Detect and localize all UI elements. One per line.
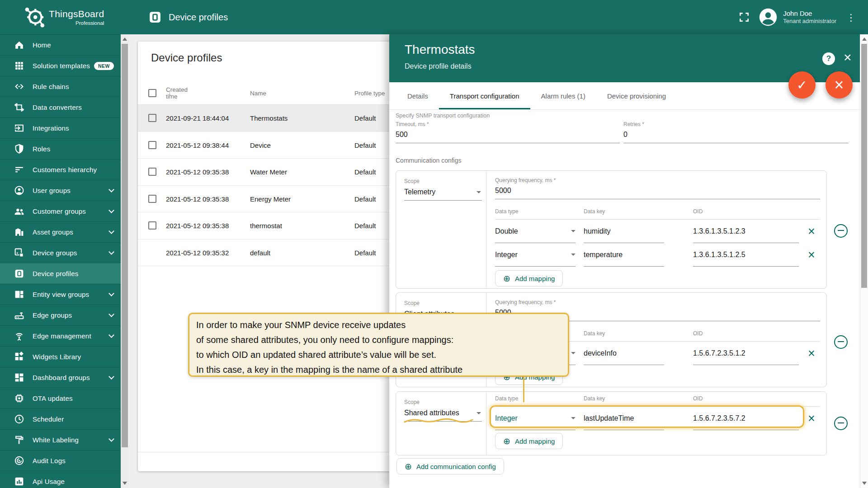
sidebar-item[interactable]: Edge management bbox=[0, 325, 121, 346]
timeout-field[interactable]: Timeout, ms * 500 bbox=[396, 121, 620, 143]
sidebar-item-icon bbox=[14, 434, 25, 446]
fullscreen-icon[interactable] bbox=[738, 11, 750, 23]
plus-circle-icon: ⊕ bbox=[405, 461, 412, 472]
add-mapping-button[interactable]: ⊕Add mapping bbox=[495, 270, 563, 286]
data-key-input[interactable]: humidity bbox=[584, 220, 664, 243]
sidebar-item[interactable]: Solution templates NEW bbox=[0, 55, 121, 76]
scrollbar-thumb[interactable] bbox=[122, 44, 128, 447]
cell-name: Thermostats bbox=[250, 114, 288, 122]
sidebar-item[interactable]: Scheduler bbox=[0, 408, 121, 429]
sidebar-item[interactable]: Rule chains bbox=[0, 76, 121, 97]
remove-mapping-icon[interactable]: × bbox=[808, 413, 815, 425]
sidebar-item-label: Edge groups bbox=[33, 311, 72, 319]
remove-config-button[interactable] bbox=[834, 224, 848, 238]
sidebar-item-label: User groups bbox=[33, 187, 71, 194]
table-row[interactable]: 2021-05-12 09:35:38 thermostat Default bbox=[138, 212, 392, 239]
remove-mapping-icon[interactable]: × bbox=[808, 347, 815, 360]
sidebar-item[interactable]: Data converters bbox=[0, 97, 121, 117]
add-communication-config-button[interactable]: ⊕Add communication config bbox=[396, 458, 504, 474]
tab-alarm-rules[interactable]: Alarm rules (1) bbox=[530, 82, 596, 109]
sidebar-item-label: Edge management bbox=[33, 332, 91, 340]
oid-input[interactable]: 1.5.6.7.2.3.5.7.2 bbox=[693, 407, 799, 430]
row-checkbox[interactable] bbox=[148, 195, 156, 203]
sidebar-item[interactable]: Dashboard groups bbox=[0, 367, 121, 388]
table-row[interactable]: 2021-05-12 09:35:38 Water Meter Default bbox=[138, 159, 392, 186]
sidebar-item[interactable]: Roles bbox=[0, 138, 121, 159]
querying-frequency-field[interactable]: Querying frequency, ms * 5000 bbox=[495, 171, 820, 199]
scroll-up-icon[interactable] bbox=[862, 38, 867, 41]
data-key-input[interactable]: deviceInfo bbox=[584, 342, 664, 365]
sidebar-item[interactable]: OTA updates bbox=[0, 388, 121, 408]
sidebar-item[interactable]: Audit Logs bbox=[0, 450, 121, 471]
sidebar-item[interactable]: Widgets Library bbox=[0, 346, 121, 367]
sidebar-item[interactable]: Entity view groups bbox=[0, 284, 121, 305]
sidebar-item-icon bbox=[14, 39, 25, 51]
row-checkbox[interactable] bbox=[148, 168, 156, 176]
sidebar-scrollbar[interactable] bbox=[121, 34, 129, 488]
avatar[interactable] bbox=[759, 8, 778, 27]
sidebar-item[interactable]: Customers hierarchy bbox=[0, 159, 121, 180]
sidebar-item[interactable]: Device groups bbox=[0, 242, 121, 263]
sidebar-item[interactable]: Customer groups bbox=[0, 201, 121, 221]
table-row[interactable]: 2021-05-12 09:38:44 Device Default bbox=[138, 132, 392, 159]
remove-mapping-icon[interactable]: × bbox=[808, 225, 815, 238]
sidebar-item-label: Home bbox=[33, 41, 51, 49]
select-all-checkbox[interactable] bbox=[148, 89, 156, 97]
data-type-select[interactable]: Integer bbox=[495, 407, 576, 430]
retries-input[interactable]: 0 bbox=[623, 128, 849, 143]
table-row[interactable]: 2021-05-12 09:35:32 default Default bbox=[138, 239, 392, 267]
sidebar-item[interactable]: Asset groups bbox=[0, 221, 121, 242]
scroll-down-icon[interactable] bbox=[123, 482, 127, 485]
app-logo[interactable]: ThingsBoard Professional bbox=[0, 0, 121, 34]
row-checkbox[interactable] bbox=[148, 141, 156, 149]
tab-transport-configuration[interactable]: Transport configuration bbox=[439, 82, 530, 109]
data-type-select[interactable]: Integer bbox=[495, 243, 576, 267]
scroll-up-icon[interactable] bbox=[123, 38, 127, 41]
annotation-tooltip: In order to make your SNMP device receiv… bbox=[188, 313, 569, 377]
user-info[interactable]: John Doe Tenant administrator bbox=[783, 9, 836, 25]
sidebar-item[interactable]: Device profiles bbox=[0, 263, 121, 284]
panel-scrollbar[interactable] bbox=[860, 34, 868, 488]
remove-config-button[interactable] bbox=[834, 417, 848, 430]
help-icon[interactable]: ? bbox=[822, 52, 835, 65]
tab-details[interactable]: Details bbox=[396, 82, 439, 109]
data-type-select[interactable]: Double bbox=[495, 220, 576, 243]
oid-input[interactable]: 1.3.6.1.3.5.1.2.3 bbox=[693, 220, 799, 243]
row-checkbox[interactable] bbox=[148, 114, 156, 122]
querying-frequency-input[interactable]: 5000 bbox=[495, 184, 820, 199]
sidebar-item[interactable]: Home bbox=[0, 34, 121, 55]
chevron-down-icon bbox=[108, 311, 114, 317]
sidebar-item[interactable]: Integrations bbox=[0, 117, 121, 138]
scrollbar-thumb[interactable] bbox=[861, 44, 867, 288]
column-profile-type[interactable]: Profile type bbox=[354, 89, 385, 96]
data-key-input[interactable]: lastUpdateTime bbox=[584, 407, 664, 430]
kebab-menu-icon[interactable]: ⋮ bbox=[846, 13, 856, 22]
scroll-down-icon[interactable] bbox=[862, 482, 867, 485]
tab-device-provisioning[interactable]: Device provisioning bbox=[596, 82, 677, 109]
sidebar-item[interactable]: Api Usage bbox=[0, 471, 121, 488]
table-row[interactable]: 2021-09-21 18:44:04 Thermostats Default bbox=[138, 105, 392, 132]
scope-select[interactable]: Telemetry bbox=[404, 185, 482, 201]
apply-changes-button[interactable]: ✓ bbox=[788, 71, 816, 99]
cell-created-time: 2021-05-12 09:35:38 bbox=[166, 195, 229, 202]
sidebar-item[interactable]: White Labeling bbox=[0, 429, 121, 450]
sidebar-item[interactable]: User groups bbox=[0, 180, 121, 201]
data-key-input[interactable]: temperature bbox=[584, 243, 664, 267]
table-row[interactable]: 2021-05-12 09:35:38 Energy Meter Default bbox=[138, 186, 392, 213]
oid-input[interactable]: 1.5.6.7.2.3.5.1.2 bbox=[693, 342, 799, 365]
sidebar-item[interactable]: Edge groups bbox=[0, 305, 121, 325]
row-checkbox[interactable] bbox=[148, 221, 156, 230]
cell-created-time: 2021-05-12 09:35:32 bbox=[166, 249, 229, 256]
sidebar-item-label: Entity view groups bbox=[33, 291, 89, 298]
retries-field[interactable]: Retries * 0 bbox=[623, 121, 849, 143]
remove-config-button[interactable] bbox=[834, 335, 848, 349]
column-name[interactable]: Name bbox=[250, 89, 266, 96]
add-mapping-button[interactable]: ⊕Add mapping bbox=[495, 433, 563, 449]
chevron-down-icon bbox=[108, 374, 114, 380]
oid-input[interactable]: 1.3.6.1.3.5.1.2.5 bbox=[693, 243, 799, 267]
close-icon[interactable]: × bbox=[844, 51, 852, 64]
timeout-label: Timeout, ms * bbox=[396, 121, 620, 127]
timeout-input[interactable]: 500 bbox=[396, 128, 620, 143]
discard-changes-button[interactable]: × bbox=[826, 71, 853, 99]
remove-mapping-icon[interactable]: × bbox=[808, 249, 815, 261]
